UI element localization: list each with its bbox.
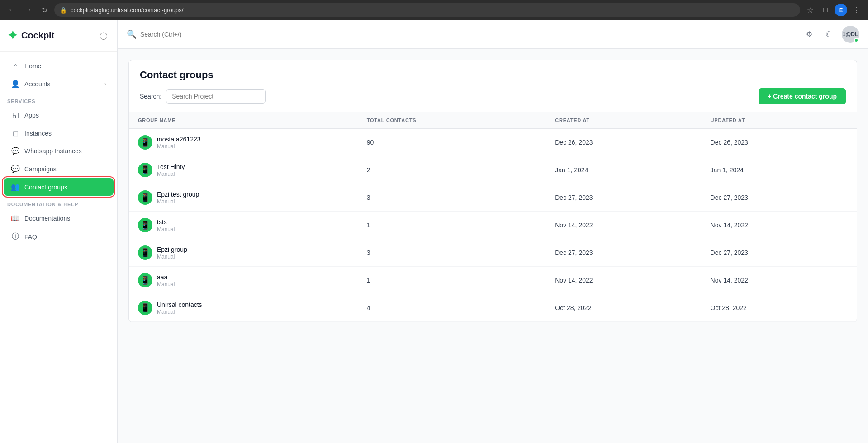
- cell-created-at: Jan 1, 2024: [546, 156, 701, 184]
- sidebar-item-whatsapp-instances[interactable]: 💬 Whatsapp Instances: [4, 142, 114, 160]
- cell-created-at: Nov 14, 2022: [546, 212, 701, 239]
- table-body: 📱 mostafa261223 Manual 90 Dec 26, 2023 D…: [129, 129, 857, 322]
- accounts-icon: 👤: [11, 80, 20, 88]
- group-name: Epzi group: [157, 246, 187, 253]
- group-name-text: Unirsal contacts Manual: [157, 301, 202, 315]
- apps-icon: ◱: [11, 111, 20, 119]
- sidebar-item-apps-label: Apps: [24, 112, 39, 119]
- main-content: 🔍 ⚙ ☾ 1@DL Contact groups Search:: [118, 20, 868, 443]
- group-name-text: mostafa261223 Manual: [157, 136, 201, 150]
- whatsapp-icon: 📱: [138, 273, 152, 287]
- top-search-area: 🔍: [127, 29, 258, 39]
- sidebar-item-whatsapp-instances-label: Whatsapp Instances: [24, 147, 82, 155]
- user-menu-button[interactable]: 1@DL: [842, 26, 859, 43]
- sidebar: ✦ Cockpit ◯ ⌂ Home 👤 Accounts › Services: [0, 20, 118, 443]
- col-total-contacts: TOTAL CONTACTS: [358, 112, 546, 129]
- group-name: Test Hinty: [157, 163, 185, 170]
- contact-groups-table: GROUP NAME TOTAL CONTACTS CREATED AT UPD…: [129, 112, 857, 322]
- cell-group-name: 📱 Epzi test group Manual: [129, 184, 358, 212]
- table-row[interactable]: 📱 tsts Manual 1 Nov 14, 2022 Nov 14, 202…: [129, 212, 857, 239]
- bookmark-button[interactable]: ☆: [804, 4, 816, 16]
- search-project-input[interactable]: [166, 89, 266, 104]
- whatsapp-icon: 📱: [138, 301, 152, 315]
- sidebar-header: ✦ Cockpit ◯: [0, 20, 117, 52]
- sidebar-item-accounts[interactable]: 👤 Accounts ›: [4, 75, 114, 93]
- group-type: Manual: [157, 143, 201, 150]
- sidebar-item-apps[interactable]: ◱ Apps: [4, 106, 114, 124]
- menu-button[interactable]: ⋮: [850, 4, 863, 16]
- campaigns-icon: 💬: [11, 165, 20, 173]
- table-row[interactable]: 📱 Test Hinty Manual 2 Jan 1, 2024 Jan 1,…: [129, 156, 857, 184]
- table-row[interactable]: 📱 Unirsal contacts Manual 4 Oct 28, 2022…: [129, 294, 857, 322]
- cell-created-at: Nov 14, 2022: [546, 267, 701, 294]
- group-type: Manual: [157, 309, 202, 315]
- split-screen-button[interactable]: □: [819, 4, 832, 16]
- browser-user-avatar[interactable]: E: [835, 4, 847, 16]
- cell-total-contacts: 1: [358, 267, 546, 294]
- cell-group-name: 📱 mostafa261223 Manual: [129, 129, 358, 156]
- group-type: Manual: [157, 281, 175, 287]
- cell-updated-at: Oct 28, 2022: [702, 294, 857, 322]
- whatsapp-instances-icon: 💬: [11, 147, 20, 155]
- sidebar-item-campaigns[interactable]: 💬 Campaigns: [4, 160, 114, 178]
- col-created-at: CREATED AT: [546, 112, 701, 129]
- docs-section-label: Documentation & Help: [0, 196, 117, 209]
- col-updated-at: UPDATED AT: [702, 112, 857, 129]
- back-button[interactable]: ←: [5, 4, 18, 16]
- faq-icon: ⓘ: [11, 232, 20, 241]
- forward-button[interactable]: →: [22, 4, 34, 16]
- docs-icon: 📖: [11, 214, 20, 222]
- url-bar[interactable]: 🔒: [54, 3, 800, 17]
- cell-created-at: Dec 27, 2023: [546, 239, 701, 267]
- cell-group-name: 📱 Test Hinty Manual: [129, 156, 358, 184]
- reload-button[interactable]: ↻: [38, 4, 51, 16]
- table-row[interactable]: 📱 Epzi group Manual 3 Dec 27, 2023 Dec 2…: [129, 239, 857, 267]
- cell-total-contacts: 4: [358, 294, 546, 322]
- cell-group-name: 📱 tsts Manual: [129, 212, 358, 239]
- theme-toggle-icon[interactable]: ☾: [822, 27, 836, 42]
- cell-updated-at: Dec 27, 2023: [702, 239, 857, 267]
- cell-created-at: Dec 26, 2023: [546, 129, 701, 156]
- group-name-text: Epzi test group Manual: [157, 191, 199, 205]
- table-row[interactable]: 📱 mostafa261223 Manual 90 Dec 26, 2023 D…: [129, 129, 857, 156]
- whatsapp-icon: 📱: [138, 218, 152, 232]
- instances-icon: ◻: [11, 129, 20, 137]
- sidebar-item-faq-label: FAQ: [24, 233, 37, 240]
- group-name: tsts: [157, 218, 175, 226]
- group-type: Manual: [157, 198, 199, 205]
- create-contact-group-button[interactable]: + Create contact group: [759, 88, 846, 104]
- contact-groups-section: Contact groups Search: + Create contact …: [128, 60, 857, 322]
- user-badge-label: 1@DL: [843, 31, 858, 38]
- table-row[interactable]: 📱 aaa Manual 1 Nov 14, 2022 Nov 14, 2022: [129, 267, 857, 294]
- cell-updated-at: Nov 14, 2022: [702, 267, 857, 294]
- group-name-text: tsts Manual: [157, 218, 175, 232]
- sidebar-item-faq[interactable]: ⓘ FAQ: [4, 227, 114, 246]
- table-header: GROUP NAME TOTAL CONTACTS CREATED AT UPD…: [129, 112, 857, 129]
- sidebar-item-instances[interactable]: ◻ Instances: [4, 124, 114, 142]
- sidebar-item-campaigns-label: Campaigns: [24, 165, 57, 173]
- url-input[interactable]: [71, 7, 795, 14]
- sidebar-item-documentations[interactable]: 📖 Documentations: [4, 209, 114, 227]
- contact-groups-icon: 👥: [11, 183, 20, 191]
- page-content: Contact groups Search: + Create contact …: [118, 49, 868, 443]
- sidebar-item-contact-groups-label: Contact groups: [24, 184, 67, 191]
- logo-icon: ✦: [7, 28, 18, 43]
- top-search-input[interactable]: [140, 31, 258, 38]
- whatsapp-icon: 📱: [138, 245, 152, 260]
- top-bar: 🔍 ⚙ ☾ 1@DL: [118, 20, 868, 49]
- sidebar-item-contact-groups[interactable]: 👥 Contact groups: [4, 178, 114, 196]
- group-name: Epzi test group: [157, 191, 199, 198]
- cell-total-contacts: 3: [358, 184, 546, 212]
- online-indicator: [854, 38, 859, 42]
- table-row[interactable]: 📱 Epzi test group Manual 3 Dec 27, 2023 …: [129, 184, 857, 212]
- cell-group-name: 📱 aaa Manual: [129, 267, 358, 294]
- sidebar-item-home[interactable]: ⌂ Home: [4, 57, 114, 75]
- cell-updated-at: Dec 27, 2023: [702, 184, 857, 212]
- page-title: Contact groups: [140, 69, 846, 81]
- translate-icon[interactable]: ⚙: [802, 27, 816, 42]
- sidebar-toggle-button[interactable]: ◯: [97, 29, 110, 42]
- cell-updated-at: Jan 1, 2024: [702, 156, 857, 184]
- search-label-row: Search:: [140, 89, 266, 104]
- group-type: Manual: [157, 171, 185, 177]
- browser-action-area: ☆ □ E ⋮: [804, 4, 863, 16]
